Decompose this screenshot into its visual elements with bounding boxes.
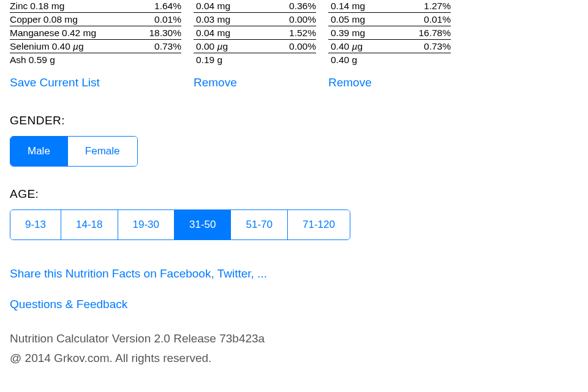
nutrient-value: 0.03 mg	[196, 14, 230, 25]
table-row: 0.19 g	[194, 53, 316, 66]
table-row: 0.03 mg 0.00%	[194, 12, 316, 26]
share-link[interactable]: Share this Nutrition Facts on Facebook, …	[10, 267, 578, 281]
table-row: Selenium 0.40 µg 0.73%	[10, 39, 181, 53]
age-option-71-120[interactable]: 71-120	[288, 210, 350, 239]
nutrient-label: Ash	[10, 55, 26, 66]
table-row: 0.40 µg 0.73%	[328, 39, 451, 53]
nutrient-value: 0.39 mg	[331, 28, 365, 39]
nutrient-pct: 0.01%	[154, 14, 181, 25]
nutrient-value: 0.42 mg	[62, 28, 96, 39]
gender-option-male[interactable]: Male	[10, 137, 68, 166]
footer: Nutrition Calculator Version 2.0 Release…	[10, 332, 578, 365]
gender-option-female[interactable]: Female	[68, 137, 137, 166]
nutrient-label: Manganese	[10, 28, 59, 39]
nutrient-value: 0.04 mg	[196, 1, 230, 12]
age-label: AGE:	[10, 187, 578, 201]
nutrient-value: 0.14 mg	[331, 1, 365, 12]
age-option-19-30[interactable]: 19-30	[118, 210, 175, 239]
table-row: Ash 0.59 g	[10, 53, 181, 66]
table-row: 0.04 mg 1.52%	[194, 26, 316, 39]
copyright-text: @ 2014 Grkov.com. All rights reserved.	[10, 352, 578, 365]
nutrient-label: Copper	[10, 14, 41, 25]
gender-segmented-control: Male Female	[10, 136, 138, 167]
nutrient-value: 0.40 µg	[331, 41, 363, 52]
save-current-list-link[interactable]: Save Current List	[10, 76, 100, 89]
remove-link[interactable]: Remove	[328, 76, 372, 89]
nutrition-col-3: 0.14 mg 1.27% 0.05 mg 0.01% 0.39 mg 16.7…	[328, 0, 463, 93]
age-segmented-control: 9-13 14-18 19-30 31-50 51-70 71-120	[10, 209, 350, 240]
nutrition-col-1: Zinc 0.18 mg 1.64% Copper 0.08 mg 0.01% …	[10, 0, 194, 93]
nutrition-columns: Zinc 0.18 mg 1.64% Copper 0.08 mg 0.01% …	[10, 0, 578, 93]
nutrient-value: 0.18 mg	[30, 1, 64, 12]
nutrient-pct: 1.52%	[289, 28, 316, 39]
age-option-51-70[interactable]: 51-70	[231, 210, 287, 239]
table-row: 0.40 g	[328, 53, 451, 66]
nutrient-value: 0.08 mg	[43, 14, 78, 25]
age-option-31-50[interactable]: 31-50	[175, 210, 231, 239]
nutrient-value: 0.05 mg	[331, 14, 365, 25]
nutrient-pct: 0.73%	[424, 41, 451, 52]
nutrient-pct: 16.78%	[418, 28, 451, 39]
table-row: Zinc 0.18 mg 1.64%	[10, 0, 181, 12]
age-option-14-18[interactable]: 14-18	[61, 210, 118, 239]
table-row: 0.14 mg 1.27%	[328, 0, 451, 12]
remove-link[interactable]: Remove	[194, 76, 237, 89]
nutrient-value: 0.00 µg	[196, 41, 228, 52]
nutrient-value: 0.04 mg	[196, 28, 230, 39]
nutrient-pct: 0.73%	[154, 41, 181, 52]
nutrient-pct: 0.01%	[424, 14, 451, 25]
nutrition-col-2: 0.04 mg 0.36% 0.03 mg 0.00% 0.04 mg 1.52…	[194, 0, 328, 93]
nutrient-value: 0.40 g	[331, 55, 357, 66]
version-text: Nutrition Calculator Version 2.0 Release…	[10, 332, 578, 345]
nutrient-value: 0.40 µg	[52, 41, 84, 52]
nutrient-value: 0.19 g	[196, 55, 222, 66]
nutrient-pct: 0.00%	[289, 41, 316, 52]
nutrient-value: 0.59 g	[29, 55, 55, 66]
table-row: Manganese 0.42 mg 18.30%	[10, 26, 181, 39]
nutrient-pct: 1.27%	[424, 1, 451, 12]
feedback-link[interactable]: Questions & Feedback	[10, 298, 578, 311]
age-option-9-13[interactable]: 9-13	[10, 210, 61, 239]
table-row: 0.04 mg 0.36%	[194, 0, 316, 12]
nutrient-pct: 1.64%	[154, 1, 181, 12]
table-row: 0.00 µg 0.00%	[194, 39, 316, 53]
nutrient-label: Selenium	[10, 41, 50, 52]
table-row: 0.39 mg 16.78%	[328, 26, 451, 39]
nutrient-pct: 0.00%	[289, 14, 316, 25]
table-row: 0.05 mg 0.01%	[328, 12, 451, 26]
nutrient-label: Zinc	[10, 1, 28, 12]
nutrient-pct: 0.36%	[289, 1, 316, 12]
nutrient-pct: 18.30%	[149, 28, 181, 39]
table-row: Copper 0.08 mg 0.01%	[10, 12, 181, 26]
gender-label: GENDER:	[10, 114, 578, 127]
